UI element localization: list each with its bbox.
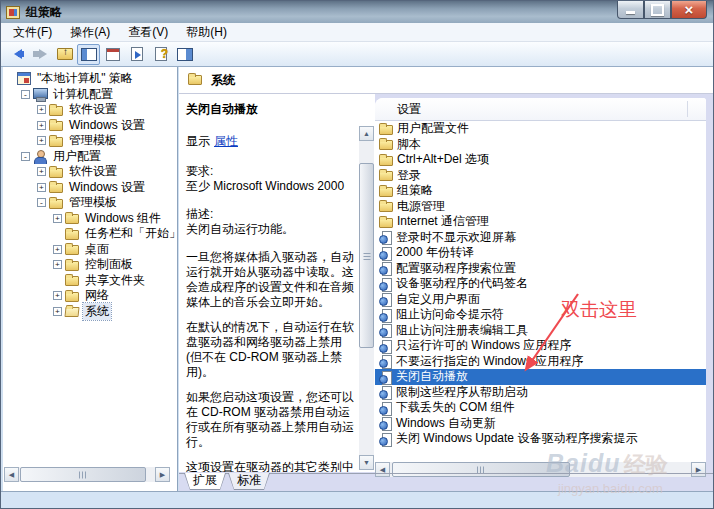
setting-item[interactable]: 登录时不显示欢迎屏幕 [375, 230, 706, 246]
tree-expander[interactable]: + [53, 245, 62, 254]
scroll-right-icon[interactable]: ▶ [155, 467, 170, 482]
setting-item[interactable]: 不要运行指定的 Windows 应用程序 [375, 354, 706, 370]
forward-icon[interactable] [29, 44, 52, 65]
tree-item-shared-folders[interactable]: 共享文件夹 [3, 273, 177, 289]
folder-icon [49, 121, 63, 131]
description-vertical-scrollbar[interactable]: ▲ ▼ [359, 126, 374, 470]
setting-item[interactable]: 关闭自动播放 [375, 369, 706, 385]
tree-expander[interactable]: + [53, 260, 62, 269]
setting-item[interactable]: 组策略 [375, 183, 706, 199]
setting-item[interactable]: 自定义用户界面 [375, 292, 706, 308]
setting-item[interactable]: 设备驱动程序的代码签名 [375, 276, 706, 292]
settings-list: 用户配置文件 脚本 Ctrl+Alt+Del 选项 登录 组策略 [375, 121, 706, 447]
tree-item-user-software-settings[interactable]: + 软件设置 [3, 164, 177, 180]
folder-icon [65, 276, 79, 286]
close-button[interactable] [671, 1, 707, 19]
tree-expander[interactable]: + [53, 307, 62, 316]
tree-item-desktop[interactable]: + 桌面 [3, 242, 177, 258]
menu-view[interactable]: 查看(V) [119, 22, 177, 43]
settings-horizontal-scrollbar[interactable]: ◀ ▶ [375, 462, 706, 477]
setting-item[interactable]: 只运行许可的 Windows 应用程序 [375, 338, 706, 354]
tree-horizontal-scrollbar[interactable]: ◀ ▶ [4, 467, 170, 482]
tree-item-user-windows-settings[interactable]: + Windows 设置 [3, 180, 177, 196]
scroll-right-icon[interactable]: ▶ [691, 462, 706, 477]
up-one-level-icon[interactable] [53, 44, 76, 65]
group-policy-root-icon [17, 72, 31, 85]
settings-column-header[interactable]: 设置 [375, 98, 706, 121]
tree-item-user-admin-templates[interactable]: - 管理模板 [3, 195, 177, 211]
menu-file[interactable]: 文件(F) [4, 22, 61, 43]
display-line: 显示属性 [186, 134, 355, 149]
caption-buttons [617, 1, 707, 19]
tree-expander[interactable]: - [21, 152, 30, 161]
tree-expander[interactable]: + [37, 167, 46, 176]
requirement-block: 要求: 至少 Microsoft Windows 2000 [186, 164, 355, 194]
display-label: 显示 [186, 134, 210, 148]
setting-item[interactable]: 限制这些程序从帮助启动 [375, 385, 706, 401]
menu-help[interactable]: 帮助(H) [177, 22, 236, 43]
scroll-up-icon[interactable]: ▲ [359, 126, 374, 141]
column-divider[interactable] [687, 101, 688, 117]
minimize-button[interactable] [617, 1, 644, 19]
tree-expander[interactable]: - [21, 90, 30, 99]
settings-list-panel: 设置 用户配置文件 脚本 Ctrl+Alt+Del 选项 [375, 98, 706, 477]
tree-item-local-computer-policy[interactable]: "本地计算机" 策略 [3, 71, 177, 87]
tree-item-computer-config[interactable]: - 计算机配置 [3, 87, 177, 103]
policy-icon [379, 386, 392, 399]
setting-item[interactable]: 阻止访问命令提示符 [375, 307, 706, 323]
show-console-tree-icon[interactable] [77, 44, 100, 65]
tree-expander[interactable]: + [37, 105, 46, 114]
help-icon[interactable] [149, 44, 172, 65]
setting-item[interactable]: 2000 年份转译 [375, 245, 706, 261]
tree-item-computer-windows-settings[interactable]: + Windows 设置 [3, 118, 177, 134]
description-paragraph: 这项设置在驱动器的其它类别中禁用自动运行。您不能用这项设置在默认禁用的驱动器上启… [186, 460, 355, 472]
folder-icon [65, 292, 79, 302]
tree-item-computer-software-settings[interactable]: + 软件设置 [3, 102, 177, 118]
menu-action[interactable]: 操作(A) [61, 22, 119, 43]
setting-item[interactable]: Windows 自动更新 [375, 416, 706, 432]
setting-item[interactable]: 配置驱动程序搜索位置 [375, 261, 706, 277]
folder-icon [379, 202, 393, 212]
console-tree: "本地计算机" 策略 - 计算机配置 + 软件设置 + Windows 设置 + [3, 71, 177, 319]
setting-item[interactable]: 登录 [375, 168, 706, 184]
setting-item[interactable]: 用户配置文件 [375, 121, 706, 137]
tree-item-taskbar-start-menu[interactable]: 任务栏和「开始」菜 [3, 226, 177, 242]
setting-item[interactable]: 电源管理 [375, 199, 706, 215]
scrollbar-thumb[interactable] [359, 163, 374, 348]
setting-item[interactable]: 阻止访问注册表编辑工具 [375, 323, 706, 339]
title-bar[interactable]: 组策略 [1, 1, 713, 23]
tree-item-control-panel[interactable]: + 控制面板 [3, 257, 177, 273]
tree-expander[interactable]: + [53, 214, 62, 223]
scroll-left-icon[interactable]: ◀ [4, 467, 19, 482]
maximize-button[interactable] [644, 1, 671, 19]
scroll-down-icon[interactable]: ▼ [359, 455, 374, 470]
tree-expander[interactable]: + [37, 136, 46, 145]
scrollbar-thumb[interactable] [392, 462, 570, 477]
folder-icon [65, 261, 79, 271]
tab-extended[interactable]: 扩展 [184, 473, 226, 490]
back-icon[interactable] [5, 44, 28, 65]
tree-expander[interactable]: + [37, 183, 46, 192]
setting-item[interactable]: 关闭 Windows Update 设备驱动程序搜索提示 [375, 431, 706, 447]
tree-item-network[interactable]: + 网络 [3, 288, 177, 304]
tree-item-system[interactable]: + 系统 [3, 304, 177, 320]
properties-link[interactable]: 属性 [214, 134, 238, 148]
properties-icon[interactable] [101, 44, 124, 65]
extended-view-icon[interactable] [173, 44, 196, 65]
tree-item-computer-admin-templates[interactable]: + 管理模板 [3, 133, 177, 149]
export-list-icon[interactable] [125, 44, 148, 65]
setting-item[interactable]: Internet 通信管理 [375, 214, 706, 230]
setting-item[interactable]: 脚本 [375, 137, 706, 153]
tree-item-windows-components[interactable]: + Windows 组件 [3, 211, 177, 227]
setting-item[interactable]: 下载丢失的 COM 组件 [375, 400, 706, 416]
tree-expander[interactable]: + [37, 121, 46, 130]
scrollbar-thumb[interactable] [20, 467, 146, 482]
tree-expander[interactable]: + [53, 291, 62, 300]
tab-standard[interactable]: 标准 [228, 473, 270, 490]
tree-expander[interactable]: - [37, 198, 46, 207]
scroll-left-icon[interactable]: ◀ [375, 462, 390, 477]
setting-item[interactable]: Ctrl+Alt+Del 选项 [375, 152, 706, 168]
policy-icon [379, 278, 392, 291]
tree-item-user-config[interactable]: - 用户配置 [3, 149, 177, 165]
description-paragraph: 如果您启动这项设置，您还可以在 CD-ROM 驱动器禁用自动运行或在所有驱动器上… [186, 390, 355, 450]
